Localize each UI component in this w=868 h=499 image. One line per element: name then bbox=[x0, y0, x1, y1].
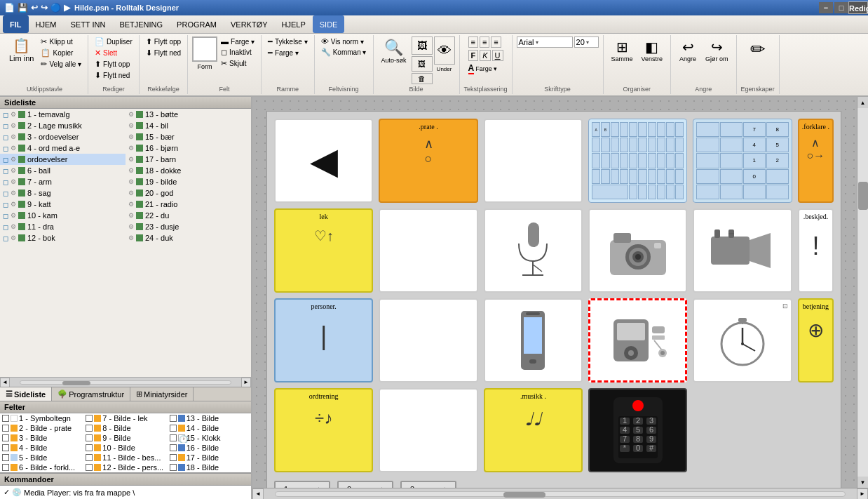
field-item[interactable]: 11 - Bilde - bes... bbox=[83, 453, 167, 463]
underline-button[interactable]: U bbox=[492, 50, 503, 61]
list-item[interactable]: ⚙ 14 - bil bbox=[126, 120, 251, 131]
list-item[interactable]: ◻ ⚙ 7 - arm bbox=[0, 176, 126, 187]
field-item[interactable]: 12 - Bilde - pers... bbox=[83, 463, 167, 472]
list-item[interactable]: ◻ ⚙ 12 - bok bbox=[0, 232, 126, 244]
flytt-ned2-button[interactable]: ⬇ Flytt ned bbox=[144, 48, 183, 58]
card-empty3[interactable] bbox=[379, 298, 477, 382]
page-2-button[interactable]: 2 ◄ bbox=[337, 481, 393, 488]
card-arrow[interactable]: ◀ bbox=[274, 119, 373, 203]
velg-alle-button[interactable]: ✏ Velg alle ▾ bbox=[39, 59, 83, 69]
vertical-scrollbar[interactable]: ▲ ▼ bbox=[857, 97, 868, 488]
list-item[interactable]: ⚙ 24 - duk bbox=[126, 232, 251, 244]
hscroll-left-btn[interactable]: ◄ bbox=[0, 378, 10, 387]
samme-button[interactable]: ⊞ Samme bbox=[608, 36, 637, 65]
skjult-button[interactable]: ✂ Skjult bbox=[219, 58, 257, 69]
list-item[interactable]: ⚙ 20 - god bbox=[126, 187, 251, 199]
card-phone-keypad[interactable]: 1 2 3 4 5 6 7 8 9 * 0 # bbox=[588, 388, 687, 472]
card-beskjed[interactable]: .beskjed. ! bbox=[798, 208, 834, 293]
list-item[interactable]: ◻ ⚙ 11 - dra bbox=[0, 221, 126, 232]
field-item[interactable]: 10 - Bilde bbox=[83, 443, 167, 453]
card-numpad[interactable]: 7 8 4 5 1 2 0 bbox=[693, 119, 792, 203]
card-forklare[interactable]: .forklare . ∧ ○→ bbox=[798, 119, 834, 203]
card-empty4[interactable] bbox=[379, 388, 477, 472]
align-right-button[interactable]: ≡ bbox=[491, 36, 501, 48]
flytt-opp2-button[interactable]: ⬆ Flytt opp bbox=[144, 36, 183, 47]
titlebar-active-tab[interactable]: Rediger bbox=[848, 1, 868, 14]
list-item[interactable]: ◻ ⚙ 4 - ord med a-e bbox=[0, 142, 126, 154]
field-item[interactable]: 13 - Bilde bbox=[168, 413, 251, 423]
card-clock[interactable]: ⊡ bbox=[693, 298, 792, 382]
field-item[interactable]: 8 - Bilde bbox=[83, 423, 167, 433]
dupliser-button[interactable]: 📄 Dupliser bbox=[93, 36, 135, 47]
list-item[interactable]: ◻ ⚙ 2 - Lage musikk bbox=[0, 120, 126, 131]
under-button[interactable]: 👁 bbox=[434, 36, 455, 65]
card-empty2[interactable] bbox=[379, 208, 477, 293]
hscroll-right-btn[interactable]: ► bbox=[241, 378, 251, 387]
flytt-opp-button[interactable]: ⬆ Flytt opp bbox=[93, 59, 135, 69]
card-lek[interactable]: lek ♡↑ bbox=[274, 208, 373, 293]
field-item[interactable]: 9 - Bilde bbox=[83, 433, 167, 443]
list-item[interactable]: ⚙ 21 - radio bbox=[126, 199, 251, 210]
minimize-button[interactable]: − bbox=[819, 2, 833, 13]
menu-verktoy[interactable]: VERKTØY bbox=[224, 15, 275, 33]
flytt-ned-button[interactable]: ⬇ Flytt ned bbox=[93, 70, 135, 81]
field-item[interactable]: 14 - Bilde bbox=[168, 423, 251, 433]
list-item[interactable]: ⚙ 18 - dokke bbox=[126, 165, 251, 176]
font-family-combo[interactable]: Arial ▾ bbox=[517, 36, 573, 48]
menu-sett-inn[interactable]: SETT INN bbox=[63, 15, 112, 33]
menu-betjening[interactable]: BETJENING bbox=[112, 15, 170, 33]
slett-button[interactable]: ✕ Slett bbox=[93, 48, 135, 58]
page-1-button[interactable]: 1 ◄ bbox=[274, 481, 330, 488]
menu-fil[interactable]: FIL bbox=[3, 15, 29, 33]
field-item[interactable]: 17 - Bilde bbox=[168, 453, 251, 463]
list-item[interactable]: ⚙ 23 - dusje bbox=[126, 221, 251, 232]
sideliste-hscroll[interactable]: ◄ ► bbox=[0, 377, 251, 387]
card-keyboard[interactable]: // We'll use inline SVG or text simulati… bbox=[588, 119, 687, 203]
gjor-om-button[interactable]: ↪ Gjør om bbox=[702, 36, 732, 65]
card-musikk-yellow[interactable]: .musikk . ♩♩ bbox=[484, 388, 583, 472]
list-item[interactable]: ◻ ⚙ ordoevelser bbox=[0, 154, 126, 165]
field-item[interactable]: 🕐 15 - Klokk bbox=[168, 433, 251, 443]
list-item[interactable]: ⚙ 22 - du bbox=[126, 210, 251, 221]
list-item[interactable]: ◻ ⚙ 10 - kam bbox=[0, 210, 126, 221]
field-item[interactable]: 7 - Bilde - lek bbox=[83, 413, 167, 423]
vscroll-down-btn[interactable]: ▼ bbox=[857, 477, 868, 488]
list-item[interactable]: ⚙ 19 - bilde bbox=[126, 176, 251, 187]
list-item[interactable]: ◻ ⚙ 9 - katt bbox=[0, 199, 126, 210]
card-prate[interactable]: .prate . ∧ ○ bbox=[379, 119, 477, 203]
menu-side[interactable]: SIDE bbox=[313, 15, 345, 33]
list-item[interactable]: ⚙ 13 - bøtte bbox=[126, 109, 251, 120]
lim-inn-button[interactable]: 📋 Lim inn bbox=[6, 36, 37, 65]
vscroll-thumb[interactable] bbox=[858, 182, 868, 210]
tykkelse-button[interactable]: ━ Tykkelse ▾ bbox=[266, 36, 310, 47]
egenskaper-button[interactable]: ✏ bbox=[745, 36, 771, 62]
hscroll-thumb[interactable] bbox=[62, 381, 90, 385]
card-empty1[interactable] bbox=[484, 119, 583, 203]
canvas-hscroll-thumb[interactable] bbox=[503, 492, 545, 498]
hscroll-canvas-right-btn[interactable]: ► bbox=[857, 488, 868, 500]
venstre-button[interactable]: ◧ Venstre bbox=[638, 36, 667, 65]
font-size-combo[interactable]: 20 ▾ bbox=[574, 36, 599, 48]
kopier-button[interactable]: 📋 Kopier bbox=[39, 48, 83, 58]
canvas-scroll-area[interactable]: ◀ .prate . ∧ ○ // bbox=[252, 97, 857, 488]
list-item[interactable]: ◻ ⚙ 3 - ordoevelser bbox=[0, 131, 126, 142]
ramme-farge-button[interactable]: ━ Farge ▾ bbox=[266, 48, 310, 58]
canvas-hscroll[interactable]: ◄ ► bbox=[252, 488, 868, 499]
menu-program[interactable]: PROGRAM bbox=[170, 15, 224, 33]
card-mobile[interactable] bbox=[484, 298, 583, 382]
page-3-button[interactable]: 3 ◄ bbox=[400, 481, 456, 488]
menu-hjelp[interactable]: HJELP bbox=[275, 15, 313, 33]
card-ordtrening[interactable]: ordtrening ÷♪ bbox=[274, 388, 373, 472]
command-item[interactable]: ✓ 💿 Media Player: vis fra fra mappe \ bbox=[1, 487, 250, 498]
field-item[interactable]: 18 - Bilde bbox=[168, 463, 251, 472]
field-item[interactable]: 6 - Bilde - forkl... bbox=[0, 463, 83, 472]
image-button2[interactable]: 🖼 bbox=[412, 56, 433, 72]
align-left-button[interactable]: ≡ bbox=[468, 36, 478, 48]
tab-programstruktur[interactable]: 🌳 Programstruktur bbox=[52, 387, 130, 401]
field-item[interactable]: 5 - Bilde bbox=[0, 453, 83, 463]
card-video-camera[interactable] bbox=[693, 208, 792, 293]
maximize-button[interactable]: □ bbox=[834, 2, 848, 13]
card-microphone[interactable] bbox=[484, 208, 583, 293]
field-item[interactable]: 16 - Bilde bbox=[168, 443, 251, 453]
klipp-ut-button[interactable]: ✂ Klipp ut bbox=[39, 36, 83, 47]
